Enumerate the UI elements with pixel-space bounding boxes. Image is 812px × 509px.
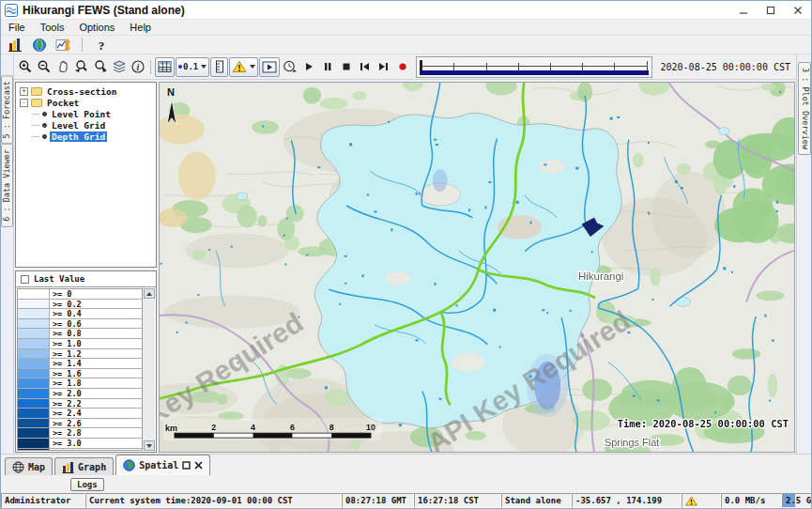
map-scale-bar: km 246810 [163,418,382,440]
close-panel-icon[interactable] [194,461,203,470]
map-canvas[interactable]: API Key Required API Key Required N km [160,83,794,452]
animation-panel-button[interactable] [259,57,280,77]
legend-label: >= 3.2 [50,449,142,452]
minimize-button[interactable] [729,1,757,19]
legend-row: >= 0.2 [18,300,142,310]
timeseries-dialog-button[interactable] [54,35,72,54]
legend-swatch [18,349,50,359]
scale-tick-label: 8 [329,423,334,432]
tree-item-label: Level Grid [50,120,107,131]
close-icon [793,6,803,15]
close-button[interactable] [784,1,811,19]
legend-swatch [18,409,50,418]
legend-label: >= 0.6 [50,319,142,329]
warnings-dropdown[interactable] [229,57,258,77]
pause-button[interactable] [318,57,336,77]
tree-item-label: Pocket [45,98,81,108]
globe-icon [123,459,135,471]
logs-row: Logs [1,475,811,493]
status-coordinates: -35.657 , 174.199 [572,493,682,508]
wireframe-globe-icon [12,461,24,473]
title-bar: Hikurangi FEWS (Stand alone) [1,1,811,20]
tree-expander-icon[interactable]: + [20,87,28,96]
data-display-button[interactable] [6,35,23,54]
info-button[interactable]: i [129,57,146,77]
menu-tools[interactable]: Tools [33,21,72,34]
zoom-out-button[interactable] [35,57,53,77]
scale-threshold-dropdown[interactable]: 0.1 [176,57,209,77]
tab-forecast[interactable]: 5 : Forecast [1,75,13,144]
zoom-next-button[interactable] [91,57,109,77]
legend-swatch [18,449,50,452]
menu-file[interactable]: File [1,21,33,34]
maximize-panel-icon[interactable] [182,461,191,470]
scroll-up-button[interactable] [144,288,155,299]
legend-label: >= 0 [50,289,142,299]
legend-label: >= 1.4 [50,359,142,368]
skip-to-end-button[interactable] [375,57,392,77]
map-display-button[interactable] [30,35,48,54]
stop-icon [342,62,351,71]
tree-item-depth-grid[interactable]: Depth Grid [16,131,156,142]
pan-button[interactable] [54,57,71,77]
legend-label: >= 3.0 [50,439,142,448]
zoom-previous-button[interactable] [72,57,90,77]
tab-plot-overview[interactable]: 3 : Plot Overview [798,62,811,155]
tab-map[interactable]: Map [5,457,53,475]
svg-text:km: km [165,424,177,433]
bar-chart-icon [62,461,74,473]
tab-spatial-label: Spatial [139,460,178,470]
zoom-in-button[interactable] [16,57,34,77]
timeline-slider[interactable] [416,56,651,78]
tree-expander-icon[interactable]: - [20,99,28,107]
play-button[interactable] [299,57,317,77]
legend-scrollbar[interactable] [142,288,155,451]
status-memory: 2.5 GB [782,493,812,508]
svg-text:N: N [167,86,175,98]
tab-graph[interactable]: Graph [54,457,114,475]
zoom-in-icon [18,59,33,74]
tree: +Cross-section-PocketLevel PointLevel Gr… [15,82,157,268]
menu-help[interactable]: Help [122,21,159,34]
tree-item-pocket[interactable]: -Pocket [16,97,156,108]
warning-icon [685,496,697,506]
legend-label: >= 0.8 [50,329,142,338]
grid-display-button[interactable] [155,57,175,77]
tab-data-viewer[interactable]: 6 : Data Viewer [1,144,13,227]
legend-swatch [18,309,50,318]
bullet-icon [42,112,47,116]
tab-spatial[interactable]: Spatial [115,455,210,475]
scroll-down-button[interactable] [144,440,155,451]
status-bar: AdministratorCurrent system time:2020-09… [1,493,811,508]
tree-item-cross-section[interactable]: +Cross-section [16,85,156,97]
tree-item-level-grid[interactable]: Level Grid [16,119,156,131]
record-icon [398,62,407,71]
menu-bar: FileToolsOptionsHelp [1,20,811,36]
stop-button[interactable] [337,57,355,77]
legend-row: >= 2.0 [18,389,142,399]
folder-icon [31,87,42,96]
data-viewer-panel: +Cross-section-PocketLevel PointLevel Gr… [14,80,159,454]
logs-button[interactable]: Logs [70,478,104,491]
record-button[interactable] [393,57,411,77]
time-navigation-button[interactable] [281,57,299,77]
help-button[interactable]: ? [92,35,110,54]
scale-tick-label: 6 [290,423,295,432]
tree-item-level-point[interactable]: Level Point [16,108,156,119]
folder-icon [31,99,42,107]
menu-options[interactable]: Options [71,21,122,34]
skip-to-start-button[interactable] [356,57,374,77]
status-text: Current system time:2020-09-01 00:00 CST [89,496,293,505]
left-tab-strip: 5 : Forecast 6 : Data Viewer [1,54,14,454]
app-logo-icon [5,4,18,17]
pause-icon [323,62,332,71]
legend-label: >= 2.2 [50,399,142,409]
ruler-button[interactable] [210,57,228,77]
tree-connector [33,114,39,115]
layers-button[interactable] [110,57,128,77]
legend-row: >= 1.8 [18,378,142,389]
tab-map-label: Map [28,462,45,472]
warning-icon [232,60,247,73]
last-value-checkbox[interactable] [21,275,29,284]
maximize-button[interactable] [757,1,784,19]
